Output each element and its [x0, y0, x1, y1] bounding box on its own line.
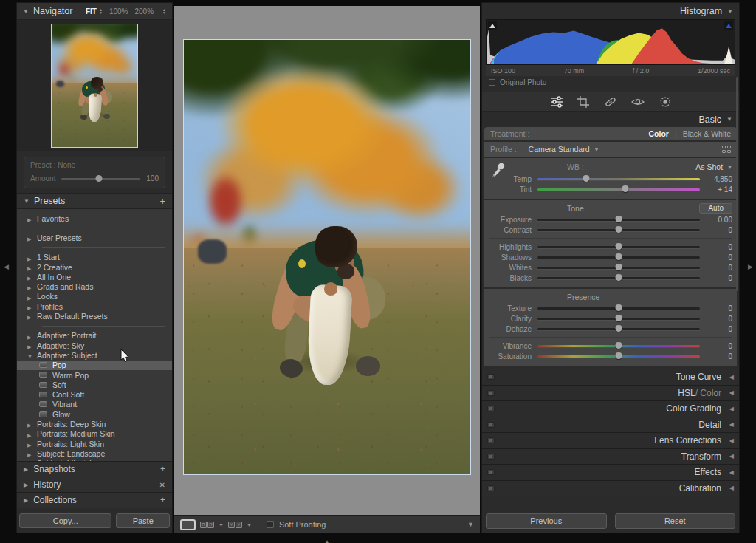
preset-item[interactable]: Cool Soft	[17, 389, 172, 399]
panel-enable-toggle[interactable]	[487, 390, 495, 396]
panel-enable-toggle[interactable]	[487, 469, 495, 475]
panel-header[interactable]: Transform ◀	[482, 448, 739, 465]
profile-select[interactable]: Camera Standard	[529, 145, 590, 154]
slider-thumb[interactable]	[622, 185, 628, 192]
wb-eyedropper-icon[interactable]	[490, 161, 506, 182]
presets-header[interactable]: ▼ Presets +	[17, 193, 172, 209]
crop-tool-icon[interactable]	[577, 96, 590, 108]
preset-item[interactable]: Portraits: Light Skin	[17, 439, 172, 448]
original-photo-checkbox[interactable]	[489, 79, 495, 86]
panel-enable-toggle[interactable]	[487, 406, 495, 411]
slider-thumb[interactable]	[616, 304, 622, 311]
before-after-view-icon[interactable]: YY	[228, 522, 242, 528]
basic-panel-header[interactable]: Basic ▼	[482, 112, 739, 127]
amount-slider[interactable]	[61, 178, 140, 180]
slider-track[interactable]	[537, 229, 700, 231]
navigator-fit-button[interactable]: FIT ▲▼	[86, 7, 103, 16]
preset-item[interactable]: Grads and Rads	[17, 281, 172, 291]
disclosure-icon[interactable]	[27, 460, 31, 461]
panel-header[interactable]: Calibration ◀	[482, 480, 739, 496]
paste-button[interactable]: Paste	[116, 513, 170, 528]
slider-thumb[interactable]	[616, 315, 622, 321]
main-photo[interactable]	[183, 39, 471, 475]
slider-thumb[interactable]	[616, 243, 622, 250]
panel-header[interactable]: Effects ◀	[482, 464, 739, 480]
slider-track[interactable]	[537, 328, 700, 330]
compare-view-icon[interactable]: RR	[200, 522, 214, 528]
add-collection-button[interactable]: +	[160, 495, 165, 505]
slider-track[interactable]	[537, 246, 700, 248]
wb-select[interactable]: As Shot ▼	[695, 163, 732, 171]
panel-enable-toggle[interactable]	[487, 374, 495, 380]
preset-item[interactable]: Adaptive: Subject	[17, 350, 172, 360]
preset-item[interactable]: 1 Start	[17, 253, 172, 262]
preset-item[interactable]: Warm Pop	[17, 370, 172, 380]
collapse-triangle-icon[interactable]: ◀	[729, 469, 734, 476]
collapse-triangle-icon[interactable]: ▼	[24, 198, 30, 205]
preset-item[interactable]: Portraits: Deep Skin	[17, 419, 172, 428]
panel-enable-toggle[interactable]	[487, 437, 495, 443]
treatment-color-option[interactable]: Color	[648, 129, 668, 138]
slider-track[interactable]	[537, 355, 700, 358]
shadow-clipping-indicator[interactable]	[488, 21, 497, 30]
disclosure-icon[interactable]	[27, 440, 31, 448]
slider-thumb[interactable]	[616, 352, 622, 359]
collapse-triangle-icon[interactable]: ◀	[729, 421, 734, 428]
add-snapshot-button[interactable]: +	[160, 464, 165, 474]
panel-enable-toggle[interactable]	[487, 454, 495, 460]
preset-item[interactable]: All In One	[17, 272, 172, 281]
preset-item[interactable]: Vibrant	[17, 400, 172, 409]
disclosure-icon[interactable]	[27, 233, 31, 242]
chevron-down-icon[interactable]: ▼	[219, 522, 224, 527]
panel-header[interactable]: Color Grading ◀	[482, 400, 739, 417]
auto-button[interactable]: Auto	[699, 203, 732, 214]
panel-header[interactable]: HSL / Color ◀	[482, 385, 739, 401]
reset-button[interactable]: Reset	[615, 513, 736, 529]
collapse-triangle-icon[interactable]: ▼	[726, 116, 732, 123]
add-preset-button[interactable]: +	[159, 196, 165, 207]
clear-history-icon[interactable]: ✕	[159, 481, 165, 489]
slider-thumb[interactable]	[616, 274, 622, 281]
slider-track[interactable]	[537, 178, 700, 180]
toolbar-options-chevron-icon[interactable]: ▼	[467, 521, 474, 528]
slider-track[interactable]	[537, 277, 700, 279]
disclosure-icon[interactable]	[27, 430, 31, 439]
slider-track[interactable]	[537, 188, 700, 191]
disclosure-icon[interactable]: ▶	[24, 482, 28, 488]
soft-proofing-checkbox[interactable]	[267, 521, 274, 528]
slider-track[interactable]	[537, 256, 700, 259]
disclosure-icon[interactable]	[27, 351, 32, 360]
disclosure-icon[interactable]	[27, 293, 31, 301]
slider-thumb[interactable]	[616, 216, 622, 222]
preset-item[interactable]: Subject: Landscape	[17, 448, 172, 458]
preset-item[interactable]: Favorites	[17, 214, 172, 223]
slider-thumb[interactable]	[583, 175, 590, 182]
histogram-header[interactable]: Histogram ▼	[482, 3, 739, 19]
copy-button[interactable]: Copy...	[19, 513, 111, 528]
disclosure-icon[interactable]	[27, 273, 31, 281]
slider-track[interactable]	[537, 318, 700, 320]
updown-icon[interactable]: ▲▼	[162, 8, 166, 14]
previous-button[interactable]: Previous	[486, 513, 607, 529]
disclosure-icon[interactable]	[27, 214, 31, 223]
preset-item[interactable]: 2 Creative	[17, 262, 172, 272]
collapse-triangle-icon[interactable]: ◀	[729, 437, 734, 444]
profile-browser-icon[interactable]	[722, 146, 731, 153]
slider-thumb[interactable]	[616, 325, 622, 332]
disclosure-icon[interactable]	[27, 263, 31, 272]
navigator-header[interactable]: ▼ Navigator FIT ▲▼ 100% 200% ▲▼	[17, 3, 172, 20]
histogram-chart[interactable]	[486, 19, 735, 65]
slider-thumb[interactable]	[616, 226, 622, 233]
slider-thumb[interactable]	[616, 253, 622, 260]
preset-item[interactable]: Adaptive: Sky	[17, 341, 172, 350]
disclosure-icon[interactable]: ▶	[24, 497, 28, 504]
slider-track[interactable]	[537, 219, 700, 221]
disclosure-icon[interactable]	[27, 420, 31, 428]
chevron-down-icon[interactable]: ▼	[247, 522, 252, 527]
collapse-triangle-icon[interactable]: ◀	[729, 374, 734, 380]
navigator-preview[interactable]	[17, 20, 172, 151]
preset-item[interactable]: Pop	[17, 361, 172, 370]
slider-track[interactable]	[537, 345, 700, 347]
disclosure-icon[interactable]	[27, 253, 31, 262]
preset-item[interactable]: Subject: Lifestyle	[17, 459, 172, 461]
